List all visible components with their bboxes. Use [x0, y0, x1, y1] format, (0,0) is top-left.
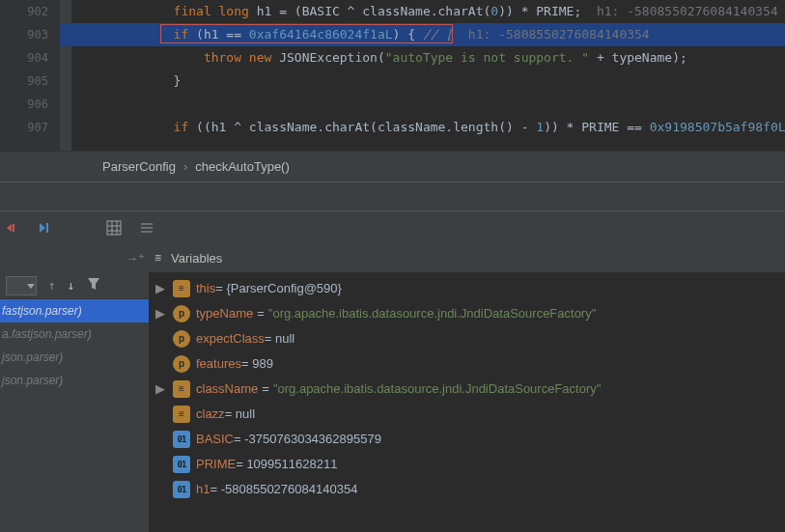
stack-frame[interactable]: json.parser): [0, 346, 149, 369]
const-icon: 01: [173, 431, 190, 448]
code-editor[interactable]: 902 903 904 905 906 907 final long h1 = …: [0, 0, 785, 151]
grid-icon[interactable]: [106, 220, 122, 236]
variables-header: →⁺ ≡ Variables: [0, 243, 785, 272]
object-icon: ≡: [173, 280, 190, 297]
param-icon: p: [173, 330, 190, 348]
var-prime[interactable]: 01PRIME = 1099511628211: [150, 452, 785, 477]
line-gutter: 902 903 904 905 906 907: [0, 0, 60, 151]
breadcrumb-method[interactable]: checkAutoType(): [195, 159, 290, 174]
code-line-907[interactable]: if ((h1 ^ className.charAt(className.len…: [60, 116, 785, 139]
code-line-905[interactable]: }: [60, 70, 785, 93]
line-number[interactable]: 907: [0, 116, 48, 139]
object-icon: ≡: [173, 380, 190, 398]
svg-rect-0: [46, 223, 48, 233]
variables-panel[interactable]: ▶≡this = {ParserConfig@590} ▶ptypeName =…: [150, 272, 785, 532]
highlight-box: [160, 24, 453, 43]
stack-frame[interactable]: json.parser): [0, 369, 149, 392]
variables-label: Variables: [171, 251, 222, 266]
frames-panel[interactable]: ↑ ↓ fastjson.parser) a.fastjson.parser) …: [0, 272, 150, 532]
line-number[interactable]: 902: [0, 0, 48, 23]
line-number[interactable]: 903: [0, 23, 48, 46]
svg-rect-8: [141, 231, 153, 233]
thread-dropdown[interactable]: [6, 276, 37, 295]
var-typename[interactable]: ▶ptypeName = "org.apache.ibatis.datasour…: [150, 301, 785, 326]
var-features[interactable]: pfeatures = 989: [150, 351, 785, 377]
line-number[interactable]: 904: [0, 46, 48, 70]
code-line-904[interactable]: throw new JSONException("autoType is not…: [60, 46, 785, 70]
breadcrumb-class[interactable]: ParserConfig: [102, 159, 176, 174]
arrow-up-icon[interactable]: ↑: [48, 278, 56, 293]
frames-toolbar: ↑ ↓: [0, 272, 149, 299]
var-expectclass[interactable]: pexpectClass = null: [150, 326, 785, 351]
var-classname[interactable]: ▶≡className = "org.apache.ibatis.datasou…: [150, 377, 785, 402]
breadcrumb[interactable]: ParserConfig › checkAutoType(): [0, 151, 785, 182]
line-number[interactable]: 905: [0, 70, 48, 93]
var-basic[interactable]: 01BASIC = -3750763034362895579: [150, 427, 785, 452]
chevron-right-icon: ›: [183, 159, 187, 174]
stack-icon: ≡: [154, 251, 161, 265]
stack-frame[interactable]: a.fastjson.parser): [0, 322, 149, 346]
stack-frame[interactable]: fastjson.parser): [0, 299, 149, 322]
var-h1[interactable]: 01h1 = -5808550276084140354: [150, 477, 785, 502]
arrow-down-icon[interactable]: ↓: [68, 278, 75, 293]
panel-spacer: [0, 182, 785, 211]
expand-icon[interactable]: ▶: [155, 276, 173, 301]
svg-rect-1: [107, 221, 121, 235]
restart-frame-icon[interactable]: [4, 220, 19, 236]
settings-icon[interactable]: [139, 220, 154, 236]
step-icon[interactable]: [37, 220, 52, 236]
filter-icon[interactable]: [87, 277, 100, 294]
line-number[interactable]: 906: [0, 93, 48, 116]
debug-toolbar: [0, 211, 785, 243]
param-icon: p: [173, 305, 190, 322]
svg-rect-6: [141, 223, 153, 225]
const-icon: 01: [173, 481, 190, 498]
code-line-906[interactable]: [60, 93, 785, 116]
object-icon: ≡: [173, 406, 190, 423]
const-icon: 01: [173, 456, 190, 473]
expand-icon[interactable]: ▶: [155, 301, 173, 326]
debug-body: ↑ ↓ fastjson.parser) a.fastjson.parser) …: [0, 272, 785, 532]
expand-icon[interactable]: ▶: [155, 377, 173, 402]
var-clazz[interactable]: ≡clazz = null: [150, 402, 785, 427]
code-line-902[interactable]: final long h1 = (BASIC ^ className.charA…: [60, 0, 785, 23]
add-icon[interactable]: →⁺: [126, 251, 145, 266]
var-this[interactable]: ▶≡this = {ParserConfig@590}: [150, 276, 785, 301]
code-area[interactable]: final long h1 = (BASIC ^ className.charA…: [60, 0, 785, 151]
param-icon: p: [173, 355, 190, 373]
svg-rect-7: [141, 227, 153, 229]
